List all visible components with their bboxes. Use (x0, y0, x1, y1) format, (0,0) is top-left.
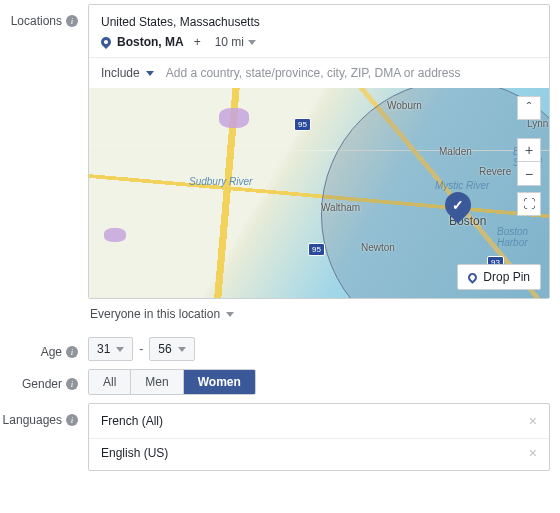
age-max-value: 56 (158, 342, 171, 356)
languages-box: French (All) × English (US) × (88, 403, 550, 471)
gender-option-women[interactable]: Women (184, 370, 255, 394)
map-zoom-out-button[interactable]: − (517, 162, 541, 186)
radius-separator: + (194, 35, 201, 49)
map-label: Waltham (321, 202, 360, 213)
gender-option-men[interactable]: Men (131, 370, 183, 394)
route-shield-icon: 95 (294, 118, 311, 131)
language-name: French (All) (101, 414, 163, 428)
radius-value: 10 mi (215, 35, 244, 49)
radius-dropdown[interactable]: 10 mi (215, 35, 256, 49)
info-icon[interactable]: i (66, 15, 78, 27)
location-region: United States, Massachusetts (101, 15, 537, 29)
location-scope-label: Everyone in this location (90, 307, 220, 321)
map-label: Sudbury River (189, 176, 252, 187)
selected-city: Boston, MA (117, 35, 184, 49)
info-icon[interactable]: i (66, 414, 78, 426)
map[interactable]: Sudbury River Mystic River Broad Sound B… (89, 88, 549, 298)
locations-label: Locations (11, 14, 62, 28)
chevron-down-icon (248, 40, 256, 45)
language-item: English (US) × (89, 438, 549, 470)
location-search-input[interactable] (162, 58, 539, 88)
gender-option-all[interactable]: All (89, 370, 131, 394)
info-icon[interactable]: i (66, 346, 78, 358)
languages-label: Languages (3, 413, 62, 427)
map-shape (219, 108, 249, 128)
map-label: Mystic River (435, 180, 489, 191)
chevron-down-icon (178, 347, 186, 352)
include-label: Include (101, 66, 140, 80)
gender-segmented: All Men Women (88, 369, 256, 395)
map-label: Malden (439, 146, 472, 157)
map-label: Woburn (387, 100, 422, 111)
include-dropdown[interactable]: Include (99, 58, 162, 88)
age-separator: - (139, 342, 143, 356)
map-fullscreen-button[interactable]: ⛶ (517, 192, 541, 216)
map-label: Newton (361, 242, 395, 253)
map-label: Revere (479, 166, 511, 177)
age-min-value: 31 (97, 342, 110, 356)
route-shield-icon: 95 (308, 243, 325, 256)
chevron-down-icon (116, 347, 124, 352)
drop-pin-button[interactable]: Drop Pin (457, 264, 541, 290)
gender-label: Gender (22, 377, 62, 391)
pin-icon (99, 35, 113, 49)
age-label: Age (41, 345, 62, 359)
selected-location[interactable]: Boston, MA + 10 mi (101, 35, 537, 49)
language-item: French (All) × (89, 404, 549, 438)
drop-pin-label: Drop Pin (483, 270, 530, 284)
info-icon[interactable]: i (66, 378, 78, 390)
age-max-dropdown[interactable]: 56 (149, 337, 194, 361)
remove-icon[interactable]: × (529, 413, 537, 429)
language-name: English (US) (101, 446, 168, 460)
remove-icon[interactable]: × (529, 445, 537, 461)
chevron-down-icon (226, 312, 234, 317)
location-scope-dropdown[interactable]: Everyone in this location (88, 299, 550, 329)
age-min-dropdown[interactable]: 31 (88, 337, 133, 361)
pin-icon (466, 271, 479, 284)
chevron-down-icon (146, 71, 154, 76)
map-pan-up-button[interactable]: ˆ (517, 96, 541, 120)
map-label: Boston Harbor (497, 226, 537, 248)
locations-box: United States, Massachusetts Boston, MA … (88, 4, 550, 299)
map-shape (104, 228, 126, 242)
map-zoom-in-button[interactable]: + (517, 138, 541, 162)
